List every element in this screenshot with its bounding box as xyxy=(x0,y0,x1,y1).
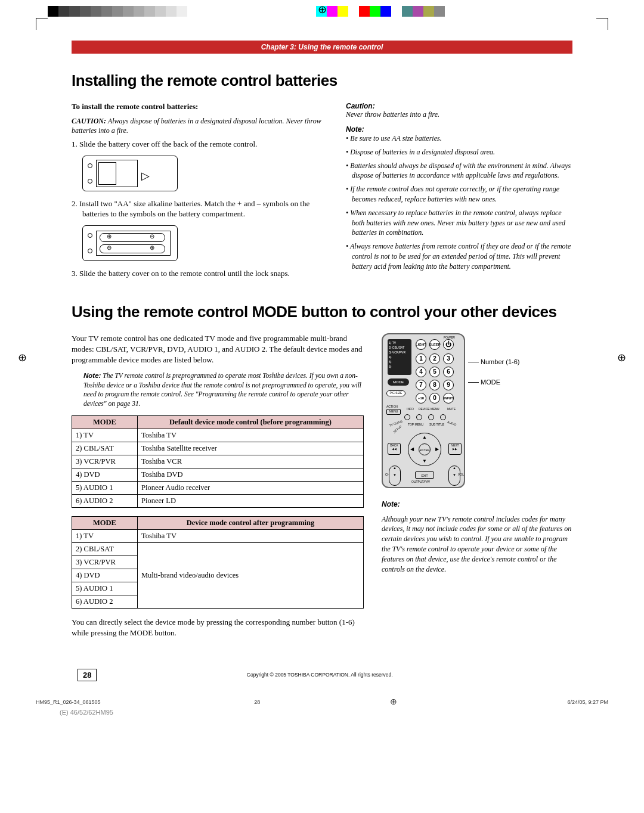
remote-control-diagram-icon: 1) TV2) CBL/SAT3) VCR/PVR4)5)6) LIGHT SL… xyxy=(382,333,465,488)
remote-note-text: Although your new TV's remote control in… xyxy=(382,514,572,575)
step-3: 3. Slide the battery cover on to the rem… xyxy=(72,268,328,279)
install-instructions-column: To install the remote control batteries:… xyxy=(72,102,328,285)
caution-label: CAUTION: xyxy=(72,117,106,125)
mode-description-column: Your TV remote control has one dedicated… xyxy=(72,333,364,645)
note-item: Always remove batteries from remote cont… xyxy=(346,241,572,271)
inline-note: Note: The TV remote control is preprogra… xyxy=(83,371,364,408)
color-calibration-bar xyxy=(48,6,644,17)
battery-insert-diagram-icon: ⊕ ⊖ ⊖ ⊕ xyxy=(82,225,178,261)
page-title: Installing the remote control batteries xyxy=(72,72,572,90)
page-content: Chapter 3: Using the remote control Inst… xyxy=(60,41,584,687)
doc-filename: HM95_R1_026-34_061505 xyxy=(36,699,101,705)
doc-page: 28 xyxy=(254,699,260,705)
table-header: Default device mode control (before prog… xyxy=(138,416,364,429)
right-caution-label: Caution: xyxy=(346,102,572,110)
table-header: Device mode control after programming xyxy=(138,517,364,530)
page-number: 28 xyxy=(78,669,97,681)
caution-inline: CAUTION: Always dispose of batteries in … xyxy=(72,116,328,135)
table-row: 6) AUDIO 2Pioneer LD xyxy=(72,495,364,508)
notes-list: Be sure to use AA size batteries.Dispose… xyxy=(346,134,572,272)
registration-mark-right-icon: ⊕ xyxy=(617,351,626,364)
table-row: 1) TVToshiba TV xyxy=(72,530,364,543)
crop-mark-icon xyxy=(36,18,48,30)
doc-timestamp: 6/24/05, 9:27 PM xyxy=(567,699,608,705)
step-2: 2. Install two "AA" size alkaline batter… xyxy=(72,198,328,219)
page-footer: 28 Copyright © 2005 TOSHIBA CORPORATION.… xyxy=(72,669,572,687)
registration-mark-left-icon: ⊕ xyxy=(18,351,27,364)
remote-diagram-column: 1) TV2) CBL/SAT3) VCR/PVR4)5)6) LIGHT SL… xyxy=(382,333,572,645)
cautions-notes-column: Caution: Never throw batteries into a fi… xyxy=(346,102,572,285)
intro-paragraph: Your TV remote control has one dedicated… xyxy=(72,333,364,366)
table-header: MODE xyxy=(72,517,138,530)
table-row: 3) VCR/PVRToshiba VCR xyxy=(72,455,364,468)
note-item: When necessary to replace batteries in t… xyxy=(346,208,572,238)
note-item: Batteries should always be disposed of w… xyxy=(346,161,572,181)
print-metadata: HM95_R1_026-34_061505 28 ⊕ 6/24/05, 9:27… xyxy=(0,699,644,705)
note-item: Dispose of batteries in a designated dis… xyxy=(346,147,572,157)
step-1: 1. Slide the battery cover off the back … xyxy=(72,139,328,150)
remote-mode-label: MODE xyxy=(468,378,500,386)
table-row: 1) TVToshiba TV xyxy=(72,429,364,442)
note-item: If the remote control does not operate c… xyxy=(346,184,572,204)
note-item: Be sure to use AA size batteries. xyxy=(346,134,572,144)
battery-cover-diagram-icon: ▷ xyxy=(82,156,178,191)
remote-number-label: Number (1-6) xyxy=(468,358,519,365)
copyright-text: Copyright © 2005 TOSHIBA CORPORATION. Al… xyxy=(97,672,543,678)
table-row: 5) AUDIO 1Pioneer Audio receiver xyxy=(72,482,364,495)
registration-mark-top-icon: ⊕ xyxy=(318,3,327,16)
after-table-paragraph: You can directly select the device mode … xyxy=(72,617,364,638)
install-subheading: To install the remote control batteries: xyxy=(72,102,328,111)
model-number: (E) 46/52/62HM95 xyxy=(60,709,644,716)
table-row: 2) CBL/SATToshiba Satellite receiver xyxy=(72,442,364,455)
note-label: Note: xyxy=(346,125,572,134)
section-title: Using the remote control MODE button to … xyxy=(72,303,572,321)
programmed-mode-table: MODE Device mode control after programmi… xyxy=(72,516,364,609)
remote-note-label: Note: xyxy=(382,500,572,508)
right-caution-text: Never throw batteries into a fire. xyxy=(346,110,572,119)
table-row: 2) CBL/SATMulti-brand video/audio device… xyxy=(72,543,364,556)
chapter-header: Chapter 3: Using the remote control xyxy=(72,41,572,54)
registration-mark-bottom-icon: ⊕ xyxy=(390,697,397,706)
crop-mark-icon xyxy=(596,18,608,30)
table-header: MODE xyxy=(72,416,138,429)
table-row: 4) DVDToshiba DVD xyxy=(72,468,364,482)
caution-text: Always dispose of batteries in a designa… xyxy=(72,117,321,135)
default-mode-table: MODE Default device mode control (before… xyxy=(72,415,364,508)
